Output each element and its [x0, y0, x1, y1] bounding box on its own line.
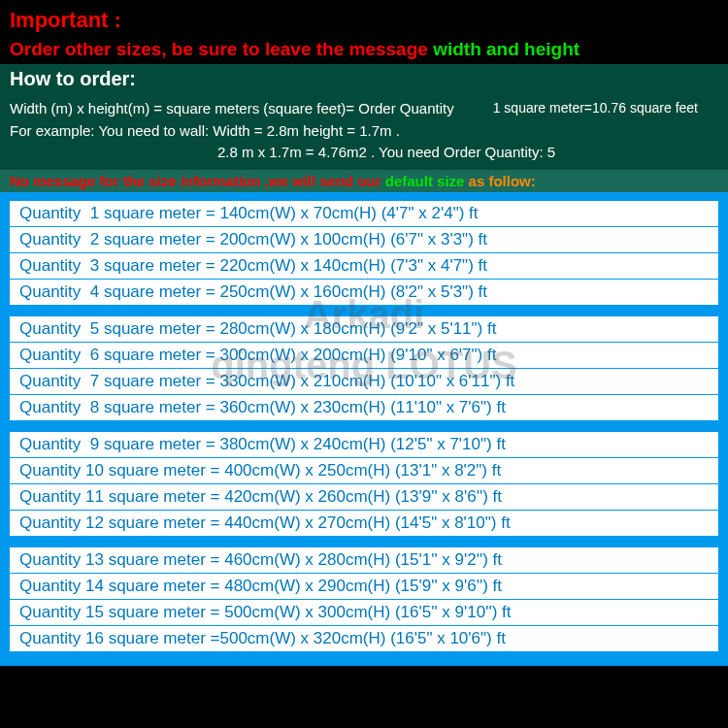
chart-row: Quantity 10 square meter = 400cm(W) x 25…: [10, 458, 718, 483]
chart-row: Quantity 14 square meter = 480cm(W) x 29…: [10, 574, 718, 599]
formula-line-1: Width (m) x height(m) = square meters (s…: [10, 98, 718, 120]
chart-row: Quantity 2 square meter = 200cm(W) x 100…: [10, 227, 718, 252]
chart-group: Quantity 13 square meter = 460cm(W) x 28…: [10, 547, 718, 651]
no-message-red: No message for the size information ,we …: [10, 173, 385, 189]
no-message-line: No message for the size information ,we …: [0, 170, 728, 192]
chart-group: Quantity 9 square meter = 380cm(W) x 240…: [10, 432, 718, 536]
chart-row: Quantity 3 square meter = 220cm(W) x 140…: [10, 253, 718, 279]
chart-row: Quantity 1 square meter = 140cm(W) x 70c…: [10, 201, 718, 226]
chart-row: Quantity 12 square meter = 440cm(W) x 27…: [10, 511, 718, 536]
chart-row: Quantity 4 square meter = 250cm(W) x 160…: [10, 280, 718, 305]
formula-line-3: 2.8 m x 1.7m = 4.76m2 . You need Order Q…: [10, 142, 718, 164]
chart-row: Quantity 15 square meter = 500cm(W) x 30…: [10, 600, 718, 625]
order-message-highlight: width and height: [433, 39, 579, 59]
chart-row: Quantity 16 square meter =500cm(W) x 320…: [10, 626, 718, 651]
size-chart-document: Important : Order other sizes, be sure t…: [0, 0, 728, 728]
formula-conversion: 1 square meter=10.76 square feet: [493, 98, 698, 120]
chart-row: Quantity 9 square meter = 380cm(W) x 240…: [10, 432, 718, 457]
formula-block: Width (m) x height(m) = square meters (s…: [0, 94, 728, 170]
chart-row: Quantity 11 square meter = 420cm(W) x 26…: [10, 484, 718, 510]
chart-row: Quantity 6 square meter = 300cm(W) x 200…: [10, 343, 718, 368]
how-to-order-header: How to order:: [0, 64, 728, 94]
no-message-green: default size: [385, 173, 469, 189]
formula-line-2: For example: You need to wall: Width = 2…: [10, 120, 718, 143]
formula-main: Width (m) x height(m) = square meters (s…: [10, 98, 454, 120]
chart-row: Quantity 5 square meter = 280cm(W) x 180…: [10, 316, 718, 342]
chart-row: Quantity 8 square meter = 360cm(W) x 230…: [10, 395, 718, 420]
no-message-orange: as follow:: [469, 173, 536, 189]
chart-group: Quantity 1 square meter = 140cm(W) x 70c…: [10, 201, 718, 305]
order-message: Order other sizes, be sure to leave the …: [0, 39, 728, 60]
important-label: Important :: [0, 8, 728, 33]
chart-row: Quantity 7 square meter = 330cm(W) x 210…: [10, 369, 718, 394]
chart-group: Quantity 5 square meter = 280cm(W) x 180…: [10, 316, 718, 420]
order-message-text: Order other sizes, be sure to leave the …: [10, 39, 433, 59]
chart-row: Quantity 13 square meter = 460cm(W) x 28…: [10, 547, 718, 573]
size-chart-area: Quantity 1 square meter = 140cm(W) x 70c…: [0, 192, 728, 666]
